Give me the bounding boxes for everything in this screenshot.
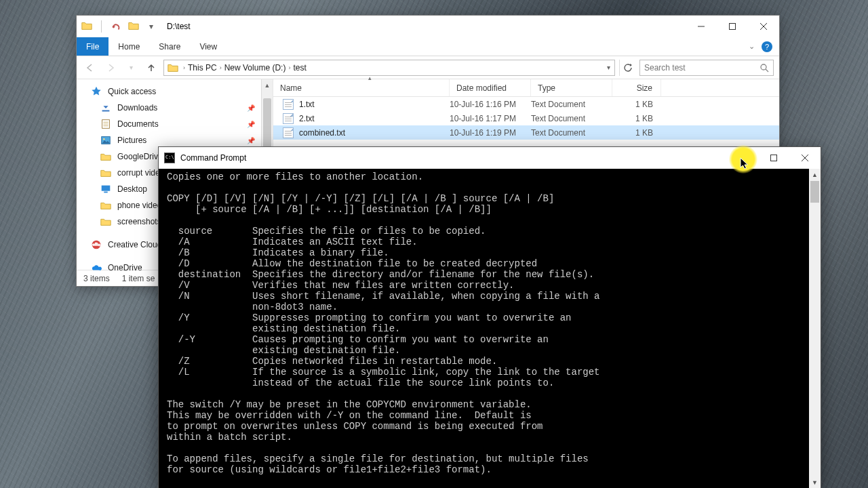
scroll-up-icon[interactable]: ▲ <box>809 169 821 180</box>
explorer-titlebar[interactable]: ▾ D:\test <box>77 16 779 37</box>
crumb-folder[interactable]: test <box>292 63 307 73</box>
nav-item-icon <box>100 134 112 146</box>
sidebar-item[interactable]: Downloads📌 <box>90 100 273 116</box>
svg-point-4 <box>103 138 104 140</box>
qat-more-icon[interactable]: ▾ <box>145 20 157 33</box>
cmd-icon <box>164 152 175 163</box>
address-bar[interactable]: › This PC › New Volume (D:) › test ▾ <box>163 60 615 76</box>
file-date: 10-Jul-16 1:16 PM <box>450 100 531 109</box>
text-file-icon <box>283 127 294 138</box>
search-icon <box>760 63 769 73</box>
column-date[interactable]: Date modified <box>450 79 531 96</box>
cmd-maximize-button[interactable] <box>758 148 789 168</box>
svg-point-1 <box>761 64 766 70</box>
nav-back-button[interactable] <box>82 60 98 76</box>
column-type[interactable]: Type <box>531 79 612 96</box>
address-folder-icon <box>167 62 179 74</box>
nav-item-label: Downloads <box>117 103 157 113</box>
search-input[interactable]: Search test <box>639 60 774 76</box>
column-size[interactable]: Size <box>612 79 661 96</box>
cmd-close-button[interactable] <box>789 148 821 168</box>
scroll-thumb[interactable] <box>810 181 819 203</box>
crumb-volume[interactable]: New Volume (D:) <box>223 63 288 73</box>
text-file-icon <box>283 99 294 110</box>
search-placeholder: Search test <box>644 63 760 73</box>
file-name: combined.txt <box>299 128 345 138</box>
nav-recent-icon[interactable]: ▾ <box>123 60 139 76</box>
table-row[interactable]: combined.txt10-Jul-16 1:19 PMText Docume… <box>273 125 779 140</box>
nav-item-icon <box>100 102 112 114</box>
svg-rect-0 <box>730 24 736 30</box>
file-type: Text Document <box>531 128 612 138</box>
nav-item-icon <box>100 216 112 228</box>
file-size: 1 KB <box>612 100 661 109</box>
folder-icon <box>81 20 93 34</box>
minimize-button[interactable] <box>686 16 717 37</box>
file-date: 10-Jul-16 1:19 PM <box>450 128 531 138</box>
file-name: 1.txt <box>299 100 315 109</box>
nav-up-button[interactable] <box>143 60 159 76</box>
scroll-down-icon[interactable]: ▼ <box>809 476 821 488</box>
tab-view[interactable]: View <box>190 37 226 56</box>
column-name[interactable]: Name <box>273 79 450 96</box>
scroll-up-icon[interactable]: ▲ <box>262 79 273 91</box>
svg-rect-5 <box>102 186 111 191</box>
nav-item-icon <box>100 118 112 130</box>
text-file-icon <box>283 113 294 124</box>
command-prompt-window: Command Prompt Copies one or more files … <box>158 146 821 488</box>
ribbon-expand-icon[interactable]: ⌄ <box>749 42 755 51</box>
tab-share[interactable]: Share <box>149 37 190 56</box>
chevron-right-icon[interactable]: › <box>183 64 185 71</box>
chevron-right-icon[interactable]: › <box>288 64 290 71</box>
ribbon-tabs: File Home Share View ⌄ ? <box>77 37 779 56</box>
qat-folder-open-icon[interactable] <box>127 20 140 34</box>
pin-icon: 📌 <box>247 104 255 112</box>
nav-item-icon <box>100 167 112 179</box>
nav-item-icon <box>100 150 112 163</box>
pin-icon: 📌 <box>247 121 255 128</box>
file-size: 1 KB <box>612 114 661 123</box>
chevron-right-icon[interactable]: › <box>220 64 222 71</box>
address-row: ▾ › This PC › New Volume (D:) › test ▾ S… <box>77 56 779 79</box>
sort-ascending-icon: ▴ <box>368 75 372 81</box>
qat-redo-icon[interactable] <box>110 20 122 33</box>
sidebar-item[interactable]: Documents📌 <box>90 116 273 132</box>
file-type: Text Document <box>531 100 612 109</box>
nav-item-label: GoogleDrive <box>117 152 163 161</box>
nav-forward-button[interactable] <box>102 60 119 76</box>
svg-rect-8 <box>771 155 777 161</box>
tab-file[interactable]: File <box>77 37 108 56</box>
table-row[interactable]: 2.txt10-Jul-16 1:17 PMText Document1 KB <box>273 111 779 125</box>
address-dropdown-icon[interactable]: ▾ <box>607 64 610 71</box>
nav-item-label: screenshots <box>117 217 161 226</box>
svg-rect-6 <box>104 192 107 193</box>
nav-item-label: Documents <box>117 119 159 129</box>
qat-separator <box>101 20 102 33</box>
cmd-minimize-button[interactable] <box>727 148 758 168</box>
nav-item-icon <box>100 199 112 211</box>
creative-cloud-icon <box>90 239 102 251</box>
table-row[interactable]: 1.txt10-Jul-16 1:16 PMText Document1 KB <box>273 97 779 111</box>
nav-item-label: Pictures <box>117 136 146 145</box>
nav-item-label: Desktop <box>117 184 147 194</box>
close-button[interactable] <box>748 16 779 37</box>
file-size: 1 KB <box>612 128 661 138</box>
file-type: Text Document <box>531 114 612 123</box>
tab-home[interactable]: Home <box>108 37 149 56</box>
cmd-titlebar[interactable]: Command Prompt <box>159 147 821 169</box>
quick-access-section[interactable]: Quick access <box>90 83 273 100</box>
file-name: 2.txt <box>299 114 315 123</box>
maximize-button[interactable] <box>717 16 748 37</box>
cloud-icon <box>90 262 102 274</box>
cmd-scrollbar[interactable]: ▲ ▼ <box>809 169 821 488</box>
cmd-title: Command Prompt <box>180 153 246 163</box>
nav-item-icon <box>100 183 112 195</box>
help-icon[interactable]: ? <box>762 41 772 52</box>
star-icon <box>90 85 102 98</box>
list-header[interactable]: ▴ Name Date modified Type Size <box>273 79 779 97</box>
window-title: D:\test <box>167 22 191 31</box>
file-date: 10-Jul-16 1:17 PM <box>450 114 531 123</box>
cmd-output[interactable]: Copies one or more files to another loca… <box>159 169 821 488</box>
refresh-button[interactable] <box>619 60 635 76</box>
crumb-this-pc[interactable]: This PC <box>186 63 218 73</box>
